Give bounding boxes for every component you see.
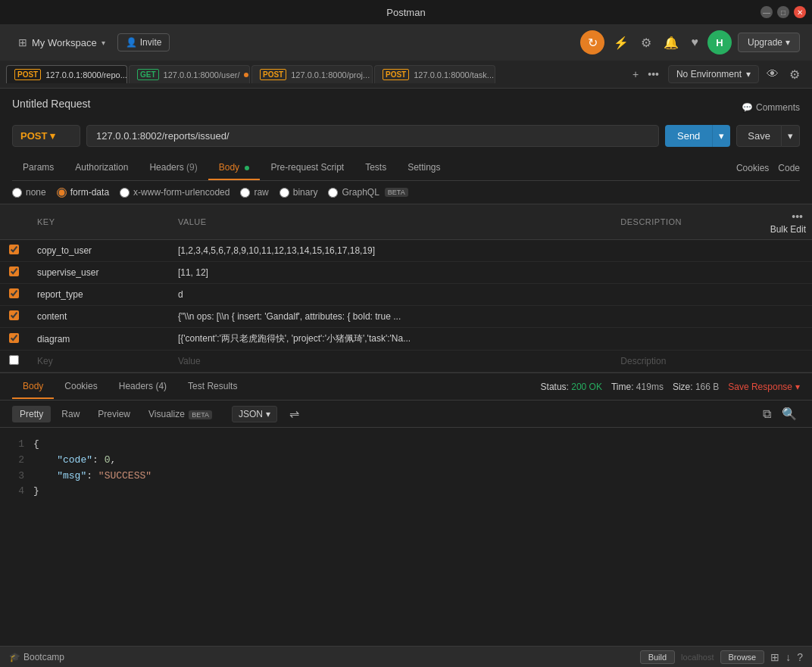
upgrade-button[interactable]: Upgrade ▾ bbox=[738, 33, 800, 52]
res-tab-body[interactable]: Body bbox=[12, 375, 54, 399]
row-desc[interactable] bbox=[611, 306, 751, 328]
eye-icon-button[interactable]: 👁 bbox=[764, 64, 782, 84]
line-number: 4 bbox=[12, 484, 33, 500]
row-checkbox[interactable] bbox=[9, 266, 19, 276]
row-checkbox[interactable] bbox=[9, 245, 19, 254]
heart-icon-button[interactable]: ♥ bbox=[688, 33, 701, 52]
body-type-raw[interactable]: raw bbox=[240, 187, 268, 198]
tab-params[interactable]: Params bbox=[12, 156, 64, 180]
settings-env-icon-button[interactable]: ⚙ bbox=[786, 64, 803, 85]
res-pretty-tab[interactable]: Pretty bbox=[12, 406, 51, 422]
more-options-button[interactable]: ••• bbox=[789, 209, 806, 224]
status-label: Status: 200 OK bbox=[541, 382, 602, 392]
tab-3[interactable]: POST 127.0.0.1:8000/task... bbox=[374, 65, 495, 83]
notification-icon-button[interactable]: 🔔 bbox=[661, 33, 682, 53]
sync-button[interactable]: ↻ bbox=[580, 30, 604, 55]
tab-authorization[interactable]: Authorization bbox=[64, 156, 139, 180]
response-status-bar: Status: 200 OK Time: 419ms Size: 166 B S… bbox=[541, 382, 800, 392]
body-type-none[interactable]: none bbox=[12, 187, 46, 198]
tab-tests[interactable]: Tests bbox=[354, 156, 397, 180]
size-label: Size: 166 B bbox=[673, 382, 719, 392]
tab-2[interactable]: POST 127.0.0.1:8000/proj... bbox=[251, 65, 373, 83]
tab-1[interactable]: GET 127.0.0.1:8000/user/ bbox=[129, 65, 250, 83]
body-type-graphql[interactable]: GraphQL BETA bbox=[328, 187, 408, 198]
row-desc[interactable] bbox=[611, 240, 751, 262]
row-desc[interactable] bbox=[611, 262, 751, 284]
send-dropdown-button[interactable]: ▾ bbox=[712, 125, 730, 147]
new-tab-button[interactable]: + bbox=[629, 67, 642, 82]
row-desc[interactable] bbox=[611, 328, 751, 351]
minimize-button[interactable]: — bbox=[760, 6, 773, 18]
tab-headers[interactable]: Headers (9) bbox=[139, 156, 208, 180]
tab-unsaved-dot bbox=[244, 73, 248, 77]
format-selector[interactable]: JSON ▾ bbox=[232, 406, 277, 422]
time-value: 419ms bbox=[636, 382, 664, 392]
code-link[interactable]: Code bbox=[778, 157, 800, 179]
row-key[interactable]: copy_to_user bbox=[28, 240, 169, 262]
invite-button[interactable]: 👤 Invite bbox=[117, 33, 170, 51]
body-type-binary[interactable]: binary bbox=[280, 187, 318, 198]
res-tab-testresults[interactable]: Test Results bbox=[177, 375, 248, 399]
table-row: diagram [{'content':'两只老虎跑得快', 'project'… bbox=[0, 328, 812, 351]
res-preview-tab[interactable]: Preview bbox=[90, 406, 138, 422]
row-checkbox[interactable] bbox=[9, 355, 19, 365]
res-visualize-tab[interactable]: Visualize BETA bbox=[141, 406, 220, 422]
tab-body[interactable]: Body bbox=[208, 156, 261, 180]
workspace-selector[interactable]: ⊞ My Workspace ▾ bbox=[12, 33, 111, 51]
row-key[interactable]: diagram bbox=[28, 328, 169, 351]
copy-icon-button[interactable]: ⧉ bbox=[760, 405, 774, 422]
tab-prerequest[interactable]: Pre-request Script bbox=[260, 156, 354, 180]
row-value[interactable]: [{'content':'两只老虎跑得快', 'project':'小猪佩琦',… bbox=[169, 328, 611, 351]
line-number: 1 bbox=[12, 437, 33, 453]
row-key[interactable]: report_type bbox=[28, 284, 169, 306]
comment-icon: 💬 bbox=[742, 102, 753, 113]
settings-icon-button[interactable]: ⚙ bbox=[638, 33, 654, 53]
status-value: 200 OK bbox=[571, 382, 602, 392]
wrap-button[interactable]: ⇌ bbox=[286, 405, 302, 422]
runner-icon-button[interactable]: ⚡ bbox=[611, 33, 632, 53]
body-type-urlencoded[interactable]: x-www-form-urlencoded bbox=[120, 187, 230, 198]
layout-icon-button[interactable]: ⊞ bbox=[770, 651, 779, 663]
save-response-button[interactable]: Save Response ▾ bbox=[728, 382, 800, 392]
save-button[interactable]: Save bbox=[736, 125, 782, 147]
maximize-button[interactable]: □ bbox=[777, 6, 789, 18]
search-icon-button[interactable]: 🔍 bbox=[779, 405, 800, 422]
row-desc[interactable] bbox=[611, 284, 751, 306]
download-icon-button[interactable]: ↓ bbox=[785, 651, 791, 663]
help-icon-button[interactable]: ? bbox=[797, 651, 803, 663]
tab-url-label: 127.0.0.1:8000/proj... bbox=[291, 70, 370, 79]
row-value[interactable]: [1,2,3,4,5,6,7,8,9,10,11,12,13,14,15,16,… bbox=[169, 240, 611, 262]
chevron-down-icon: ▾ bbox=[746, 69, 751, 79]
save-dropdown-button[interactable]: ▾ bbox=[782, 125, 800, 147]
bulk-edit-button[interactable]: Bulk Edit bbox=[770, 224, 806, 235]
row-checkbox[interactable] bbox=[9, 333, 19, 343]
row-key[interactable]: content bbox=[28, 306, 169, 328]
browse-button[interactable]: Browse bbox=[720, 650, 765, 664]
environment-selector[interactable]: No Environment ▾ bbox=[668, 65, 759, 83]
row-value[interactable]: [11, 12] bbox=[169, 262, 611, 284]
more-tabs-button[interactable]: ••• bbox=[645, 67, 662, 82]
tab-method-label: GET bbox=[137, 69, 159, 80]
row-value[interactable]: d bbox=[169, 284, 611, 306]
row-checkbox[interactable] bbox=[9, 310, 19, 320]
method-selector[interactable]: POST ▾ bbox=[12, 125, 80, 147]
res-raw-tab[interactable]: Raw bbox=[54, 406, 87, 422]
avatar-button[interactable]: H bbox=[707, 30, 732, 55]
url-input[interactable] bbox=[86, 125, 659, 147]
build-button[interactable]: Build bbox=[640, 650, 675, 664]
tab-method-label: POST bbox=[14, 69, 41, 80]
res-tab-cookies[interactable]: Cookies bbox=[54, 375, 108, 399]
tab-0[interactable]: POST 127.0.0.1:8000/repo... bbox=[6, 65, 127, 83]
close-button[interactable]: ✕ bbox=[794, 6, 806, 18]
tab-settings[interactable]: Settings bbox=[397, 156, 451, 180]
workspace-name: My Workspace bbox=[32, 37, 97, 48]
body-type-formdata[interactable]: form-data bbox=[57, 187, 109, 198]
cookies-link[interactable]: Cookies bbox=[736, 157, 769, 179]
row-key[interactable]: supervise_user bbox=[28, 262, 169, 284]
title-bar: Postman — □ ✕ bbox=[0, 0, 812, 24]
comments-button[interactable]: 💬 Comments bbox=[742, 102, 800, 113]
send-button[interactable]: Send bbox=[665, 125, 712, 147]
row-checkbox[interactable] bbox=[9, 288, 19, 298]
res-tab-headers[interactable]: Headers (4) bbox=[108, 375, 177, 399]
row-value[interactable]: {"\\n ops: [\\n { insert: 'Gandalf', att… bbox=[169, 306, 611, 328]
